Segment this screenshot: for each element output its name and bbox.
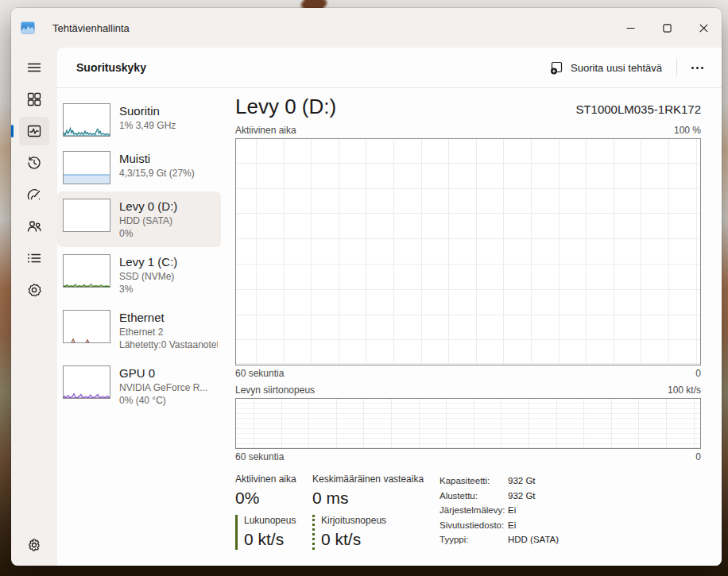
detail-label: Kapasiteetti:: [440, 474, 508, 489]
perf-item-title: Ethernet: [119, 310, 218, 326]
menu-icon: [26, 60, 42, 75]
perf-item-title: Suoritin: [119, 103, 176, 119]
nav-rail: [11, 48, 57, 566]
settings-button[interactable]: [19, 531, 49, 559]
maximize-button[interactable]: [649, 8, 685, 48]
detail-row-system-disk: Järjestelmälevy: Ei: [440, 503, 559, 518]
services-icon: [26, 282, 42, 298]
detail-label: Tyyppi:: [440, 532, 508, 547]
new-task-icon: [550, 61, 563, 75]
settings-gear-icon: [26, 537, 42, 553]
nav-details-button[interactable]: [19, 244, 49, 273]
window-title: Tehtävienhallinta: [52, 22, 130, 34]
content-panel: Suorituskyky Suorita uusi tehtävä: [57, 48, 722, 566]
memory-sparkline: [64, 152, 110, 184]
perf-item-sub2: 0%: [119, 227, 177, 240]
perf-item-sub: HDD (SATA): [119, 215, 177, 227]
transfer-x-left: 60 sekuntia: [235, 451, 284, 462]
detail-value: HDD (SATA): [508, 532, 559, 547]
selected-indicator: [11, 125, 14, 137]
stat-value: 0 ms: [312, 488, 450, 508]
nav-startup-apps-button[interactable]: [19, 180, 49, 209]
run-new-task-label: Suorita uusi tehtävä: [571, 62, 662, 74]
app-history-icon: [26, 155, 42, 171]
nav-services-button[interactable]: [19, 276, 49, 304]
performance-icon: [26, 123, 42, 139]
stat-label: Keskimääräinen vasteaika: [312, 474, 450, 485]
detail-label: Järjestelmälevy:: [440, 503, 508, 518]
users-icon: [26, 218, 42, 234]
nav-performance-button[interactable]: [19, 117, 49, 145]
perf-item-title: GPU 0: [119, 365, 207, 381]
active-time-x-left: 60 sekuntia: [235, 368, 284, 379]
nav-processes-button[interactable]: [19, 85, 49, 114]
perf-item-sub2: Lähetetty:0 Vastaanotet: [119, 338, 218, 351]
perf-item-sub: SSD (NVMe): [119, 270, 177, 283]
ethernet-thumbnail: [63, 310, 110, 343]
perf-item-title: Levy 0 (D:): [119, 199, 177, 215]
perf-item-sub: Ethernet 2: [119, 326, 218, 338]
maximize-icon: [663, 24, 672, 33]
detail-value: 932 Gt: [508, 474, 559, 489]
disk0-sparkline: [64, 199, 110, 231]
detail-row-type: Tyyppi: HDD (SATA): [440, 532, 559, 547]
perf-item-cpu[interactable]: Suoritin 1% 3,49 GHz: [57, 96, 221, 144]
run-new-task-button[interactable]: Suorita uusi tehtävä: [542, 56, 670, 79]
active-time-chart-max: 100 %: [674, 125, 701, 136]
stat-value: 0 kt/s: [321, 529, 450, 550]
perf-item-sub: 4,3/15,9 Gt (27%): [119, 167, 195, 180]
perf-item-memory[interactable]: Muisti 4,3/15,9 Gt (27%): [57, 144, 221, 191]
active-time-chart-label: Aktiivinen aika: [235, 125, 296, 136]
minimize-icon: [626, 24, 635, 33]
perf-item-sub: NVIDIA GeForce R...: [119, 381, 207, 394]
stat-write-speed: Kirjoitusnopeus 0 kt/s: [312, 515, 450, 550]
detail-value: Ei: [508, 503, 559, 518]
task-manager-window: Tehtävienhallinta: [11, 8, 722, 566]
transfer-chart-max: 100 kt/s: [668, 385, 701, 396]
stat-value: 0%: [235, 488, 312, 508]
perf-item-title: Muisti: [119, 151, 195, 167]
device-model: ST1000LM035-1RK172: [575, 102, 701, 116]
gpu-sparkline: [64, 366, 110, 398]
perf-item-disk0[interactable]: Levy 0 (D:) HDD (SATA) 0%: [57, 191, 221, 247]
disk0-thumbnail: [63, 199, 110, 232]
gpu-thumbnail: [63, 365, 110, 399]
nav-app-history-button[interactable]: [19, 149, 49, 177]
active-time-x-right: 0: [695, 368, 701, 379]
titlebar: Tehtävienhallinta: [11, 8, 722, 48]
active-time-chart: [235, 138, 701, 365]
stat-avg-response: Keskimääräinen vasteaika 0 ms: [312, 474, 450, 508]
stat-label: Kirjoitusnopeus: [321, 515, 450, 527]
startup-apps-icon: [26, 187, 42, 203]
nav-users-button[interactable]: [19, 212, 49, 241]
close-icon: [699, 24, 708, 33]
page-header: Suorituskyky Suorita uusi tehtävä: [57, 48, 722, 88]
detail-row-formatted: Alustettu: 932 Gt: [440, 489, 559, 504]
perf-item-sub2: 3%: [119, 283, 177, 296]
perf-item-gpu[interactable]: GPU 0 NVIDIA GeForce R... 0% (40 °C): [57, 358, 221, 414]
memory-thumbnail: [63, 151, 110, 184]
more-options-button[interactable]: [683, 56, 711, 79]
disk-title: Levy 0 (D:): [235, 95, 336, 119]
disk-stats: Aktiivinen aika 0% Keskimääräinen vastea…: [235, 474, 701, 550]
processes-icon: [26, 91, 42, 107]
detail-value: 932 Gt: [508, 489, 559, 504]
header-divider: [676, 59, 677, 76]
stat-label: Aktiivinen aika: [235, 474, 312, 485]
detail-label: Alustettu:: [440, 489, 508, 504]
transfer-rate-chart: [235, 398, 701, 449]
cpu-thumbnail: [63, 103, 110, 137]
disk-details-table: Kapasiteetti: 932 Gt Alustettu: 932 Gt J…: [440, 474, 559, 550]
disk1-sparkline: [64, 255, 110, 287]
ethernet-sparkline: [64, 311, 110, 342]
transfer-x-right: 0: [695, 451, 701, 462]
detail-row-page-file: Sivutustiedosto: Ei: [440, 518, 559, 533]
close-button[interactable]: [685, 8, 722, 48]
minimize-button[interactable]: [612, 8, 649, 48]
nav-menu-button[interactable]: [19, 53, 49, 82]
perf-item-ethernet[interactable]: Ethernet Ethernet 2 Lähetetty:0 Vastaano…: [57, 303, 221, 358]
perf-item-disk1[interactable]: Levy 1 (C:) SSD (NVMe) 3%: [57, 247, 221, 303]
disk-detail-pane: Levy 0 (D:) ST1000LM035-1RK172 Aktiivine…: [221, 88, 722, 566]
page-title: Suorituskyky: [76, 61, 146, 74]
stat-read-speed: Lukunopeus 0 kt/s: [235, 515, 312, 550]
